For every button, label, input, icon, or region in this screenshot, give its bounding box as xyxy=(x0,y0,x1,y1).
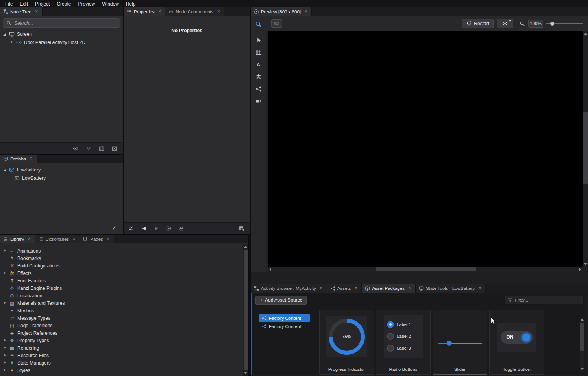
expand-icon[interactable] xyxy=(3,301,7,305)
library-item-resource-files[interactable]: Resource Files xyxy=(0,352,248,359)
visibility-options-button[interactable] xyxy=(497,19,513,28)
expand-icon[interactable] xyxy=(3,339,7,342)
back-button[interactable] xyxy=(139,225,149,232)
library-item-localization[interactable]: Localization xyxy=(0,292,248,299)
scroll-right-arrow[interactable] xyxy=(578,267,583,272)
tab-state-tools[interactable]: State Tools - LowBattery xyxy=(416,284,486,293)
tree-item-screen[interactable]: Screen xyxy=(0,30,123,38)
library-item-project-references[interactable]: Project References xyxy=(0,329,248,337)
asset-source-factory-content[interactable]: Factory Content xyxy=(259,322,310,330)
select-tool[interactable] xyxy=(253,35,264,45)
close-icon[interactable] xyxy=(34,9,39,14)
expand-icon[interactable] xyxy=(3,346,7,350)
virtual-keyboard-button[interactable] xyxy=(271,19,282,28)
scroll-thumb[interactable] xyxy=(580,323,584,351)
library-item-meshes[interactable]: Meshes xyxy=(0,307,248,314)
close-icon[interactable] xyxy=(29,157,33,161)
tab-properties[interactable]: Properties xyxy=(124,7,165,16)
tab-library[interactable]: Library xyxy=(0,235,35,243)
scroll-down-arrow[interactable] xyxy=(580,367,584,372)
close-icon[interactable] xyxy=(319,286,324,291)
asset-card-radio-buttons[interactable]: Label 1 Label 2 Label 3 Radio Buttons xyxy=(376,310,431,375)
close-icon[interactable] xyxy=(303,9,308,14)
expand-icon[interactable] xyxy=(10,41,14,44)
library-item-message-types[interactable]: Message Types xyxy=(0,314,248,322)
tab-pages[interactable]: Pages xyxy=(80,235,114,243)
prefab-item-lowbattery-child[interactable]: LowBattery xyxy=(0,174,123,182)
expand-icon[interactable] xyxy=(3,369,7,372)
scroll-down-arrow[interactable] xyxy=(583,262,588,267)
clear-filter-button[interactable] xyxy=(109,145,120,153)
collapse-icon[interactable] xyxy=(3,168,7,171)
library-item-state-managers[interactable]: State Managers xyxy=(0,359,248,367)
library-item-rendering[interactable]: Rendering xyxy=(0,344,248,352)
paste-properties-button[interactable] xyxy=(164,225,174,232)
tree-item-root-parallel-activity-host[interactable]: Root Parallel Activity Host 2D xyxy=(0,38,123,46)
close-icon[interactable] xyxy=(477,286,482,291)
library-item-kanzi-engine-plugins[interactable]: Kanzi Engine Plugins xyxy=(0,284,248,292)
expand-icon[interactable] xyxy=(3,361,7,365)
menu-project[interactable]: Project xyxy=(31,1,53,7)
menu-preview[interactable]: Preview xyxy=(74,1,98,7)
library-item-page-transitions[interactable]: Page Transitions xyxy=(0,322,248,329)
menu-window[interactable]: Window xyxy=(98,1,122,7)
restart-button[interactable]: Restart xyxy=(462,19,494,28)
menu-edit[interactable]: Edit xyxy=(16,1,31,7)
library-item-build-configurations[interactable]: Build Configurations xyxy=(0,262,248,269)
library-item-effects[interactable]: Effects xyxy=(0,269,248,277)
close-icon[interactable] xyxy=(407,286,412,291)
menu-help[interactable]: Help xyxy=(122,1,139,7)
tab-prefabs[interactable]: Prefabs xyxy=(0,155,37,163)
close-icon[interactable] xyxy=(106,237,111,241)
expand-icon[interactable] xyxy=(3,271,7,275)
forward-button[interactable] xyxy=(151,225,161,232)
scroll-thumb[interactable] xyxy=(244,250,248,370)
close-icon[interactable] xyxy=(353,286,358,291)
scroll-up-arrow[interactable] xyxy=(243,244,248,249)
tab-dictionaries[interactable]: Dictionaries xyxy=(35,235,80,243)
zoom-slider[interactable] xyxy=(546,20,583,28)
close-icon[interactable] xyxy=(27,237,31,241)
node-connections-tool[interactable] xyxy=(253,84,264,94)
tab-preview[interactable]: Preview [800 x 600] xyxy=(251,7,312,16)
menu-file[interactable]: File xyxy=(2,1,16,7)
library-item-animations[interactable]: Animations xyxy=(0,247,248,254)
scroll-up-arrow[interactable] xyxy=(580,317,584,322)
edit-prefab-button[interactable] xyxy=(109,224,120,232)
tab-activity-browser[interactable]: Activity Browser: MyActivity xyxy=(251,284,327,293)
asset-source-factory-content-selected[interactable]: Factory Content xyxy=(259,314,310,322)
layers-tool[interactable] xyxy=(253,72,264,82)
search-properties-button[interactable] xyxy=(126,225,136,232)
filter-button[interactable] xyxy=(83,145,94,153)
zoom-value[interactable]: 100% xyxy=(528,20,543,28)
grid-tool[interactable] xyxy=(253,47,264,57)
add-asset-source-button[interactable]: + Add Asset Source xyxy=(255,296,307,305)
scroll-thumb[interactable] xyxy=(376,267,476,271)
add-property-table-button[interactable] xyxy=(237,225,247,232)
camera-tool[interactable] xyxy=(253,96,264,106)
scroll-up-arrow[interactable] xyxy=(583,31,588,36)
asset-card-toggle-button[interactable]: ON Toggle Button xyxy=(489,310,544,375)
scroll-thumb[interactable] xyxy=(583,112,588,184)
close-icon[interactable] xyxy=(157,9,162,14)
scroll-down-arrow[interactable] xyxy=(243,370,248,376)
library-item-styles[interactable]: Styles xyxy=(0,367,248,374)
tab-node-components[interactable]: Node Components xyxy=(165,7,224,16)
library-item-materials-and-textures[interactable]: Materials and Textures xyxy=(0,299,248,307)
grid-view-button[interactable] xyxy=(96,145,107,153)
zoom-slider-handle[interactable] xyxy=(550,22,554,26)
expand-icon[interactable] xyxy=(3,249,7,253)
tab-node-tree[interactable]: Node Tree xyxy=(0,7,43,16)
scroll-left-arrow[interactable] xyxy=(268,267,273,272)
search-input[interactable] xyxy=(14,20,116,26)
asset-card-slider[interactable]: Slider xyxy=(433,310,487,375)
library-item-font-families[interactable]: Font Families xyxy=(0,277,248,284)
menu-create[interactable]: Create xyxy=(53,1,74,7)
visibility-button[interactable] xyxy=(70,145,81,153)
expand-icon[interactable] xyxy=(3,354,7,357)
filter-input[interactable] xyxy=(515,298,580,302)
lock-button[interactable] xyxy=(176,225,187,232)
preview-canvas[interactable] xyxy=(268,31,583,267)
close-icon[interactable] xyxy=(72,237,76,241)
prefab-item-lowbattery[interactable]: LowBattery xyxy=(0,166,123,174)
